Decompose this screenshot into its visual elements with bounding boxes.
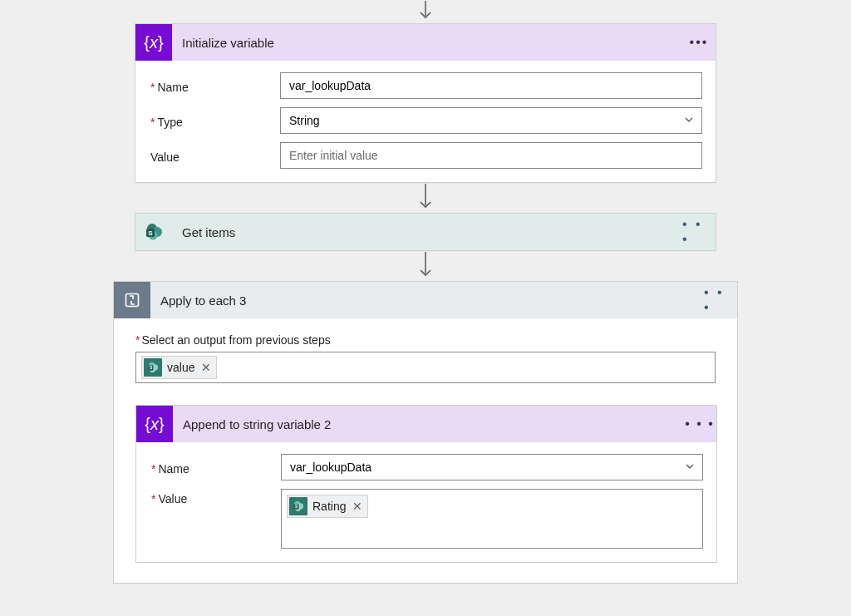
initialize-variable-header[interactable]: {x} Initialize variable ••• xyxy=(135,24,716,61)
get-items-card[interactable]: S Get items • • • xyxy=(135,213,716,251)
field-label-name: *Name xyxy=(149,77,280,94)
field-label-type: *Type xyxy=(149,112,280,129)
more-menu-icon[interactable]: ••• xyxy=(682,35,716,50)
field-label-value: Value xyxy=(149,147,280,164)
field-label-value: *Value xyxy=(150,489,281,505)
flow-arrow xyxy=(420,183,431,213)
value-input[interactable]: S Rating ✕ xyxy=(281,489,703,549)
card-title: Get items xyxy=(172,225,682,239)
card-title: Append to string variable 2 xyxy=(173,417,683,431)
name-select[interactable] xyxy=(281,454,703,480)
variable-icon: {x} xyxy=(135,24,172,61)
type-select[interactable] xyxy=(280,107,702,134)
token-remove-icon[interactable]: ✕ xyxy=(201,361,211,374)
initialize-variable-card[interactable]: {x} Initialize variable ••• *Name *Type xyxy=(135,23,716,183)
sharepoint-icon: S xyxy=(135,214,172,250)
append-to-string-card[interactable]: {x} Append to string variable 2 • • • *N… xyxy=(135,405,717,563)
more-menu-icon[interactable]: • • • xyxy=(683,416,716,431)
dynamic-content-token[interactable]: S Rating ✕ xyxy=(287,495,368,518)
append-to-string-header[interactable]: {x} Append to string variable 2 • • • xyxy=(136,406,716,442)
svg-text:S: S xyxy=(148,229,153,237)
token-label: Rating xyxy=(312,500,346,513)
select-output-input[interactable]: S value ✕ xyxy=(135,352,716,383)
value-input[interactable] xyxy=(280,142,702,169)
apply-to-each-header[interactable]: Apply to each 3 • • • xyxy=(114,282,737,318)
field-label-select-output: *Select an output from previous steps xyxy=(135,333,716,347)
more-menu-icon[interactable]: • • • xyxy=(682,217,716,247)
get-items-header[interactable]: S Get items • • • xyxy=(135,214,716,250)
flow-arrow xyxy=(420,0,431,23)
sharepoint-icon: S xyxy=(144,358,162,377)
token-remove-icon[interactable]: ✕ xyxy=(352,500,362,513)
dynamic-content-token[interactable]: S value ✕ xyxy=(141,356,217,379)
variable-icon: {x} xyxy=(136,406,173,442)
field-label-name: *Name xyxy=(150,459,281,476)
more-menu-icon[interactable]: • • • xyxy=(704,285,737,315)
name-input[interactable] xyxy=(280,72,702,99)
apply-to-each-card[interactable]: Apply to each 3 • • • *Select an output … xyxy=(113,281,738,584)
card-title: Apply to each 3 xyxy=(150,293,704,308)
token-label: value xyxy=(167,361,194,374)
card-title: Initialize variable xyxy=(172,36,682,50)
sharepoint-icon: S xyxy=(289,497,307,515)
flow-arrow xyxy=(420,251,431,281)
loop-icon xyxy=(114,282,150,318)
